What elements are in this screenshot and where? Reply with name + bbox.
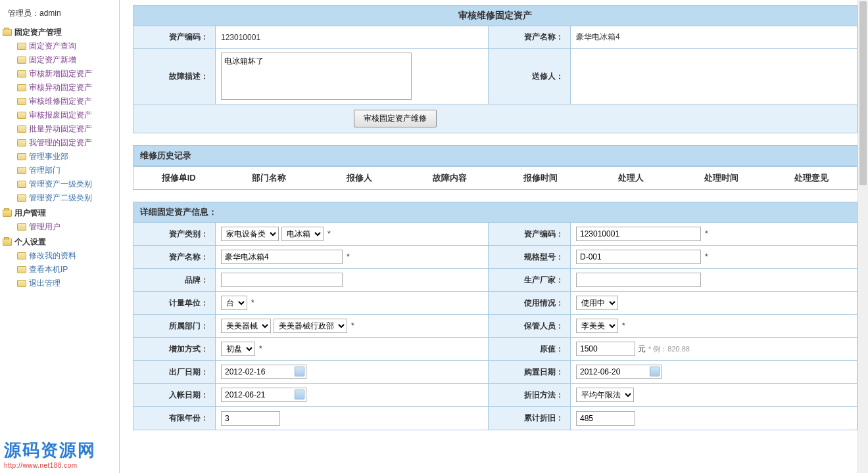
text-input[interactable] (576, 411, 635, 426)
select-input[interactable]: 台 (221, 296, 247, 310)
asset-code-value: 123010001 (216, 26, 488, 48)
tree-item[interactable]: 退出管理 (17, 277, 116, 290)
tree-item[interactable]: 管理资产二级类别 (17, 191, 116, 205)
folder-open-icon (3, 29, 12, 36)
history-col: 故障内容 (405, 167, 496, 189)
text-input[interactable] (221, 273, 343, 287)
review-repair-panel: 审核维修固定资产 资产编码： 123010001 资产名称： 豪华电冰箱4 故障… (133, 5, 857, 133)
required-star: * (347, 252, 350, 261)
required-star: * (351, 321, 354, 330)
folder-icon (17, 167, 26, 174)
field-value: * (571, 246, 857, 268)
folder-open-icon (3, 210, 12, 217)
select-input[interactable]: 使用中 (576, 296, 618, 310)
tree-item[interactable]: 审核维修固定资产 (17, 95, 116, 108)
folder-icon (17, 125, 26, 133)
date-input[interactable] (221, 388, 306, 402)
history-title: 维修历史记录 (133, 146, 857, 166)
history-columns: 报修单ID部门名称报修人故障内容报修时间处理人处理时间处理意见 (133, 166, 857, 189)
sender-value (571, 49, 857, 104)
field-value: 元* 例：820.88 (571, 338, 857, 360)
field-label: 规格型号： (489, 246, 571, 268)
folder-open-icon (3, 238, 12, 246)
tree-group[interactable]: 个人设置 (3, 235, 116, 249)
field-value (216, 269, 488, 291)
folder-icon (17, 139, 26, 146)
required-star: * (259, 344, 262, 353)
history-col: 报修时间 (495, 167, 586, 189)
folder-icon (17, 70, 26, 78)
approve-repair-button[interactable]: 审核固定资产维修 (354, 110, 437, 127)
tree-item[interactable]: 查看本机IP (17, 263, 116, 277)
field-label: 资产编码： (489, 223, 571, 245)
text-input[interactable] (576, 273, 701, 287)
tree-item[interactable]: 固定资产新增 (17, 53, 116, 67)
field-label: 入帐日期： (133, 384, 216, 406)
folder-icon (17, 112, 26, 119)
tree-group[interactable]: 用户管理 (3, 206, 116, 220)
repair-history-panel: 维修历史记录 报修单ID部门名称报修人故障内容报修时间处理人处理时间处理意见 (133, 145, 857, 190)
asset-detail-panel: 详细固定资产信息： 资产类别：家电设备类电冰箱*资产编码：*资产名称：*规格型号… (133, 202, 857, 430)
field-label: 折旧方法： (489, 384, 571, 406)
tree-group[interactable]: 固定资产管理 (3, 26, 116, 39)
field-label: 累计折旧： (489, 407, 571, 430)
field-label: 增加方式： (133, 338, 216, 360)
date-input[interactable] (576, 365, 662, 379)
tree-item[interactable]: 审核新增固定资产 (17, 67, 116, 81)
select-input[interactable]: 李美美 (576, 319, 618, 333)
text-input[interactable] (576, 342, 635, 356)
text-input[interactable] (221, 250, 343, 264)
tree-item[interactable]: 审核异动固定资产 (17, 81, 116, 95)
text-input[interactable] (576, 227, 701, 241)
select-input[interactable]: 电冰箱 (281, 227, 324, 241)
select-input[interactable]: 美美器械 (221, 319, 271, 333)
date-input[interactable] (221, 365, 306, 379)
tree-item[interactable]: 管理部门 (17, 164, 116, 177)
calendar-icon[interactable] (295, 367, 304, 376)
panel-title: 审核维修固定资产 (133, 6, 857, 26)
field-label: 所属部门： (133, 315, 216, 337)
text-input[interactable] (221, 411, 280, 426)
tree-item[interactable]: 审核报废固定资产 (17, 108, 116, 122)
field-label: 原值： (489, 338, 571, 360)
field-label: 有限年份： (133, 407, 216, 430)
folder-icon (17, 280, 26, 287)
text-input[interactable] (576, 250, 701, 264)
field-label: 保管人员： (489, 315, 571, 337)
field-label: 资产类别： (133, 223, 216, 245)
tree-item[interactable]: 管理资产一级类别 (17, 177, 116, 191)
calendar-icon[interactable] (650, 367, 660, 376)
required-star: * (705, 252, 708, 261)
nav-tree: 固定资产管理固定资产查询固定资产新增审核新增固定资产审核异动固定资产审核维修固定… (3, 26, 116, 290)
history-col: 处理意见 (767, 167, 857, 189)
scrollbar[interactable] (857, 0, 868, 473)
field-value: 美美器械美美器械行政部* (216, 315, 488, 337)
tree-item[interactable]: 批量异动固定资产 (17, 122, 116, 136)
history-col: 处理时间 (676, 167, 767, 189)
tree-item[interactable]: 管理用户 (17, 220, 116, 234)
select-input[interactable]: 初盘 (221, 342, 255, 356)
select-input[interactable]: 平均年限法 (576, 388, 634, 402)
history-col: 处理人 (586, 167, 677, 189)
tree-item[interactable]: 管理事业部 (17, 150, 116, 164)
field-value: 家电设备类电冰箱* (216, 223, 488, 245)
tree-item[interactable]: 我管理的固定资产 (17, 136, 116, 150)
field-value (216, 384, 488, 406)
admin-label: 管理员：admin (3, 5, 116, 26)
asset-name-value: 豪华电冰箱4 (571, 26, 857, 48)
required-star: * (622, 321, 625, 330)
scrollbar-thumb[interactable] (859, 1, 867, 185)
field-label: 使用情况： (489, 292, 571, 314)
field-label: 出厂日期： (133, 361, 216, 383)
field-value (216, 361, 488, 383)
select-input[interactable]: 美美器械行政部 (274, 319, 347, 333)
folder-icon (17, 153, 26, 160)
folder-icon (17, 252, 26, 259)
field-value (571, 407, 857, 430)
calendar-icon[interactable] (295, 390, 304, 399)
fault-desc-textarea[interactable] (221, 53, 412, 100)
tree-item[interactable]: 修改我的资料 (17, 249, 116, 263)
field-value: * (571, 223, 857, 245)
select-input[interactable]: 家电设备类 (221, 227, 279, 241)
tree-item[interactable]: 固定资产查询 (17, 39, 116, 53)
